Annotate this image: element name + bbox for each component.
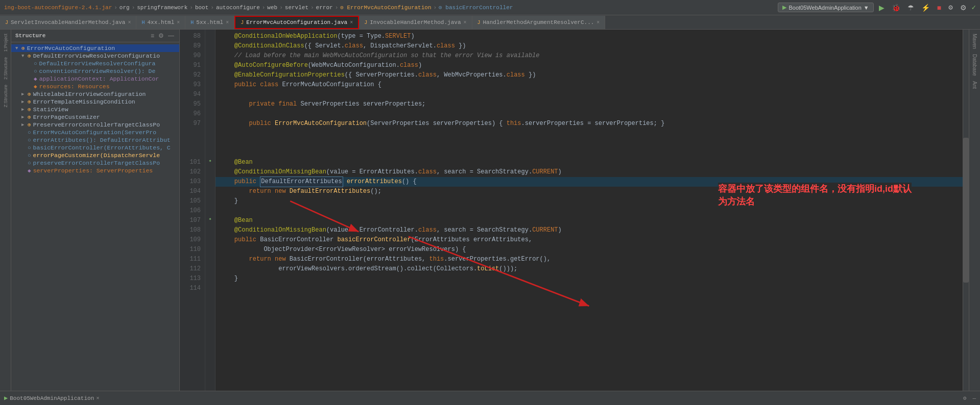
tree-item-label: errorPageCustomizer(DispatcherServle — [33, 152, 160, 159]
tree-item-label: ErrorTemplateMissingCondition — [33, 98, 135, 105]
method-icon: ○ — [28, 153, 31, 159]
tree-item-method1[interactable]: ○ DefaultErrorViewResolverConfigura — [11, 60, 179, 67]
tree-item-default-error-view-resolver-config[interactable]: ▼ ⊕ DefaultErrorViewResolverConfiguratio — [11, 52, 179, 60]
bottom-minus-icon[interactable]: — — [972, 395, 976, 401]
code-line-105: } — [216, 196, 963, 206]
run-tab[interactable]: ▶ Boot05WebAdminApplication × — [4, 394, 100, 402]
code-line-95: private final ServerProperties serverPro… — [216, 99, 963, 109]
breadcrumb-boot: boot — [195, 5, 208, 11]
profile-button[interactable]: ⚡ — [919, 3, 932, 13]
html-icon: H — [141, 20, 145, 26]
tab-close-icon[interactable]: × — [128, 20, 131, 26]
tree-item-error-template[interactable]: ▶ ⊕ ErrorTemplateMissingCondition — [11, 98, 179, 106]
tree-item-label: ErrorMvcAutoConfiguration — [27, 45, 115, 52]
class-icon: ⊕ — [28, 114, 31, 120]
stop-button[interactable]: ■ — [935, 3, 943, 13]
z-structure-button[interactable]: Z:Structure — [2, 83, 9, 110]
ant-panel-button[interactable]: Ant — [971, 79, 978, 91]
method-icon: ○ — [28, 130, 31, 136]
method-icon: ○ — [34, 61, 37, 67]
coverage-button[interactable]: ☂ — [905, 3, 916, 13]
sidebar-settings-button[interactable]: ⚙ — [157, 32, 165, 40]
run-tab-close-icon[interactable]: × — [96, 395, 100, 401]
class-icon: ⊕ — [28, 91, 31, 97]
java-icon: J — [364, 20, 367, 26]
breadcrumb: ing-boot-autoconfigure-2.4.1.jar › org ›… — [4, 4, 778, 11]
database-panel-button[interactable]: Database — [971, 52, 978, 78]
top-bar: ing-boot-autoconfigure-2.4.1.jar › org ›… — [0, 0, 980, 15]
structure-panel-button[interactable]: 2:Structure — [2, 55, 9, 82]
tab-4xx[interactable]: H 4xx.html × — [136, 16, 185, 29]
debug-button[interactable]: 🐞 — [890, 3, 902, 13]
code-line-91: @AutoConfigureBefore(WebMvcAutoConfigura… — [216, 61, 963, 70]
tree-item-label: preserveErrorControllerTargetClassPo — [33, 160, 160, 166]
tab-close-icon[interactable]: × — [177, 20, 180, 26]
tree-item-field1[interactable]: ◆ applicationContext: ApplicationCor — [11, 75, 179, 83]
project-panel-button[interactable]: 1:Project — [2, 32, 9, 54]
tab-close-icon[interactable]: × — [350, 20, 353, 26]
tree-item-error-page-cust2[interactable]: ○ errorPageCustomizer(DispatcherServle — [11, 151, 179, 159]
code-line-102: @ConditionalOnMissingBean(value = ErrorA… — [216, 167, 963, 177]
tree-item-constructor[interactable]: ○ ErrorMvcAutoConfiguration(ServerPro — [11, 129, 179, 136]
tree-item-label: WhitelabelErrorViewConfiguration — [33, 91, 146, 97]
vertical-scrollbar[interactable] — [963, 30, 969, 391]
run-button[interactable]: ▶ — [877, 3, 887, 13]
tree-item-preserve-error[interactable]: ▶ ⊕ PreserveErrorControllerTargetClassPo — [11, 121, 179, 129]
code-container: 88 89 90 91 92 93 94 95 96 97 101 102 10… — [180, 30, 969, 391]
run-config-icon: ▶ — [782, 4, 786, 11]
tree-item-whitelabel[interactable]: ▶ ⊕ WhitelabelErrorViewConfiguration — [11, 90, 179, 98]
line-numbers: 88 89 90 91 92 93 94 95 96 97 101 102 10… — [180, 30, 205, 391]
code-line-113: } — [216, 274, 963, 284]
field-icon: ◆ — [34, 75, 37, 82]
tree-item-server-props[interactable]: ◆ serverProperties: ServerProperties — [11, 167, 179, 174]
sidebar-collapse-button[interactable]: ≡ — [150, 32, 155, 40]
code-line-107: @Bean — [216, 216, 963, 225]
breadcrumb-springframework: springframework — [137, 5, 187, 11]
code-line-100 — [216, 148, 963, 158]
tree-item-label: StaticView — [33, 106, 68, 113]
tab-close-icon[interactable]: × — [226, 20, 229, 26]
code-content[interactable]: @ConditionalOnWebApplication(type = Type… — [216, 30, 963, 391]
tab-5xx[interactable]: H 5xx.html × — [185, 16, 234, 29]
tab-label: ServletInvocableHandlerMethod.java — [11, 19, 125, 26]
tree-root[interactable]: ▼ ⊕ ErrorMvcAutoConfiguration — [11, 44, 179, 52]
tab-close-icon[interactable]: × — [596, 20, 600, 26]
sidebar-toolbar: ≡ ⚙ — — [150, 32, 175, 40]
tree-container: ▼ ⊕ ErrorMvcAutoConfiguration ▼ ⊕ Defaul… — [11, 42, 179, 391]
code-line-103: public DefaultErrorAttributes errorAttri… — [216, 177, 963, 187]
tab-error-mvc[interactable]: J ErrorMvcAutoConfiguration.java × — [234, 16, 359, 29]
breadcrumb-error: error — [316, 5, 333, 11]
bottom-settings-icon[interactable]: ⚙ — [963, 395, 967, 401]
tab-bar: J ServletInvocableHandlerMethod.java × H… — [0, 15, 980, 30]
top-bar-actions: ▶ Boot05WebAdminApplication ▼ ▶ 🐞 ☂ ⚡ ■ … — [778, 2, 976, 13]
maven-panel-button[interactable]: Maven — [971, 32, 978, 51]
class-icon: ⊕ — [21, 45, 25, 52]
tree-item-preserve2[interactable]: ○ preserveErrorControllerTargetClassPo — [11, 159, 179, 167]
code-line-108: @ConditionalOnMissingBean(value = ErrorC… — [216, 225, 963, 235]
tab-handler-method-arg[interactable]: J HandlerMethodArgumentResolverC... × — [472, 16, 606, 29]
tree-arrow-icon: ▶ — [21, 99, 28, 105]
run-config-button[interactable]: ▶ Boot05WebAdminApplication ▼ — [778, 3, 873, 12]
bottom-bar: ▶ Boot05WebAdminApplication × ⚙ — — [0, 391, 980, 405]
breadcrumb-class: ⊙ ErrorMvcAutoConfiguration — [340, 4, 431, 11]
tree-item-label: conventionErrorViewResolver(): De — [39, 68, 156, 74]
tree-item-error-page-cust[interactable]: ▶ ⊕ ErrorPageCustomizer — [11, 113, 179, 121]
code-line-110: ObjectProvider<ErrorViewResolver> errorV… — [216, 245, 963, 255]
sidebar-close-button[interactable]: — — [167, 32, 175, 40]
code-line-97: public ErrorMvcAutoConfiguration(ServerP… — [216, 119, 963, 129]
tree-item-label: errorAttributes(): DefaultErrorAttribut — [33, 137, 171, 143]
tree-item-error-attrs[interactable]: ○ errorAttributes(): DefaultErrorAttribu… — [11, 136, 179, 144]
tab-invocable-handler[interactable]: J InvocableHandlerMethod.java × — [359, 16, 472, 29]
tree-item-static-view[interactable]: ▶ ⊕ StaticView — [11, 106, 179, 113]
tab-close-icon[interactable]: × — [463, 20, 466, 26]
tree-item-label: applicationContext: ApplicationCor — [39, 75, 159, 82]
method-icon: ○ — [28, 160, 31, 166]
settings-button[interactable]: ⚙ — [958, 3, 969, 13]
tab-servlet-invocable[interactable]: J ServletInvocableHandlerMethod.java × — [0, 16, 136, 29]
tree-item-label: ErrorPageCustomizer — [33, 114, 100, 120]
tree-item-label: ErrorMvcAutoConfiguration(ServerPro — [33, 129, 157, 136]
tree-item-basic-error-ctrl[interactable]: ○ basicErrorController(ErrorAttributes, … — [11, 144, 179, 151]
tab-label: HandlerMethodArgumentResolverC... — [483, 19, 594, 26]
tree-item-method2[interactable]: ○ conventionErrorViewResolver(): De — [11, 67, 179, 75]
tree-item-field2[interactable]: ◆ resources: Resources — [11, 83, 179, 90]
